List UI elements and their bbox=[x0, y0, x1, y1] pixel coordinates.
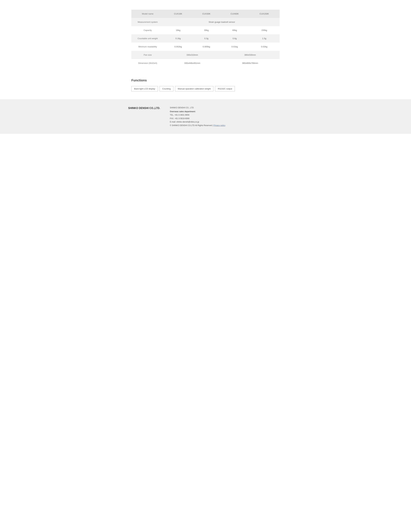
row-value: 0.005kg bbox=[192, 43, 221, 51]
header-cux16k: CUX16K bbox=[164, 10, 192, 18]
footer: SHINKO DENSHI CO.,LTD. SHINKO DENSHI CO.… bbox=[0, 100, 411, 134]
footer-info: SHINKO DENSHI CO., LTD Overseas sales de… bbox=[170, 106, 225, 127]
footer-email: E-mail: shinko-denshi@vibra.co.jp bbox=[170, 120, 225, 124]
footer-tel: TEL. +81-3-3831-9656 bbox=[170, 113, 225, 117]
row-value-pansize-large: 380x530mm bbox=[221, 51, 280, 59]
badge-counting: Counting bbox=[159, 86, 173, 91]
row-value-measurement: Strain guage loadcell sensor bbox=[164, 18, 280, 26]
footer-logo: SHINKO DENSHI CO.,LTD. bbox=[128, 107, 160, 110]
table-row: Countable unit weight 0.16g 0.3g 0.6g 1.… bbox=[131, 34, 280, 43]
row-value-dim-small: 330x448x491mm bbox=[164, 59, 221, 67]
table-row: Minimum readability 0.002kg 0.005kg 0.01… bbox=[131, 43, 280, 51]
badge-manual-calibration: Manual oparation calibration weight bbox=[175, 86, 214, 91]
row-value: 1.5g bbox=[249, 34, 280, 43]
footer-dept: Overseas sales department: bbox=[170, 110, 225, 114]
header-cux60k: CUX60K bbox=[221, 10, 249, 18]
row-value: 150kg bbox=[249, 26, 280, 34]
row-label: Minimum readability bbox=[131, 43, 164, 51]
bottom-space bbox=[0, 134, 411, 182]
row-label: Pan size bbox=[131, 51, 164, 59]
footer-copyright: © SHINKO DENSHI CO.LTD All Rights Reserv… bbox=[170, 124, 225, 127]
row-label: Measurement system bbox=[131, 18, 164, 26]
header-cux150k: CUX150K bbox=[249, 10, 280, 18]
row-value: 0.002kg bbox=[164, 43, 192, 51]
header-model: Model name bbox=[131, 10, 164, 18]
badge-rs232c: RS232C output bbox=[215, 86, 235, 91]
row-value: 0.01kg bbox=[221, 43, 249, 51]
row-label: Capacity bbox=[131, 26, 164, 34]
row-label: Dimension (WxDxH) bbox=[131, 59, 164, 67]
row-value-dim-large: 380x669x766mm bbox=[221, 59, 280, 67]
functions-badges: Back-light LCD display Counting Manual o… bbox=[131, 86, 280, 91]
row-value: 0.02kg bbox=[249, 43, 280, 51]
row-value: 16kg bbox=[164, 26, 192, 34]
row-value: 0.6g bbox=[221, 34, 249, 43]
badge-backlight: Back-light LCD display bbox=[131, 86, 158, 91]
row-value-pansize-small: 330x310mm bbox=[164, 51, 221, 59]
row-value: 0.3g bbox=[192, 34, 221, 43]
row-value: 60kg bbox=[221, 26, 249, 34]
footer-fax: FAX. +81-3-5818-6066 bbox=[170, 117, 225, 120]
table-row: Dimension (WxDxH) 330x448x491mm 380x669x… bbox=[131, 59, 280, 67]
row-value: 30kg bbox=[192, 26, 221, 34]
row-label: Countable unit weight bbox=[131, 34, 164, 43]
privacy-policy-link[interactable]: Privacy policy bbox=[214, 124, 225, 127]
footer-company: SHINKO DENSHI CO., LTD bbox=[170, 106, 225, 110]
table-row: Pan size 330x310mm 380x530mm bbox=[131, 51, 280, 59]
functions-title: Functions bbox=[131, 78, 280, 82]
table-row: Capacity 16kg 30kg 60kg 150kg bbox=[131, 26, 280, 34]
specs-table: Model name CUX16K CUX30K CUX60K CUX150K … bbox=[131, 10, 280, 67]
functions-section: Functions Back-light LCD display Countin… bbox=[131, 74, 280, 99]
table-row: Measurement system Strain guage loadcell… bbox=[131, 18, 280, 26]
header-cux30k: CUX30K bbox=[192, 10, 221, 18]
row-value: 0.16g bbox=[164, 34, 192, 43]
